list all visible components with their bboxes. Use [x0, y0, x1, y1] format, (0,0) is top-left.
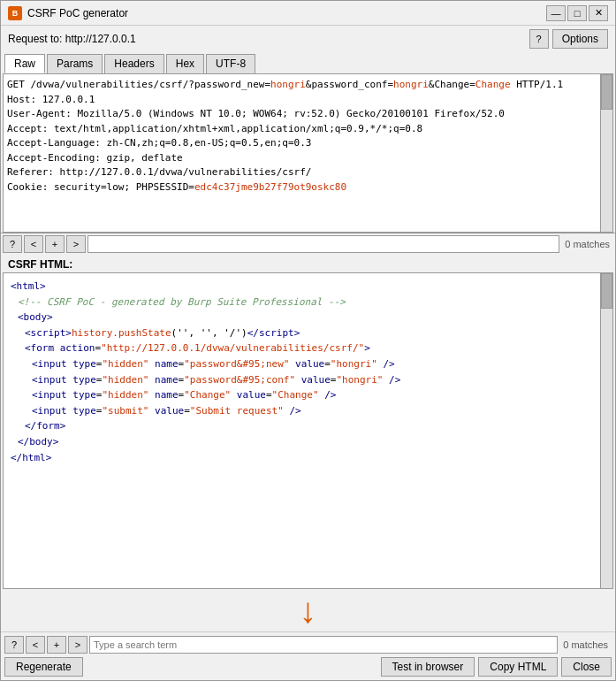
- request-line-6: Accept-Encoding: gzip, deflate: [7, 151, 597, 166]
- request-line-8: Cookie: security=low; PHPSESSID=edc4c37j…: [7, 180, 597, 195]
- bottom-matches-label: 0 matches: [559, 639, 612, 650]
- html-input4: <input type="submit" value="Submit reque…: [11, 403, 597, 419]
- down-arrow-icon: ↓: [300, 593, 317, 628]
- help-button[interactable]: ?: [529, 29, 549, 49]
- html-text: <html> <!-- CSRF PoC - generated by Burp…: [4, 273, 612, 588]
- html-input2: <input type="hidden" name="password&#95;…: [11, 372, 597, 388]
- html-input3: <input type="hidden" name="Change" value…: [11, 387, 597, 403]
- html-body-open: <body>: [11, 310, 597, 325]
- html-script: <script>history.pushState('', '', '/')</…: [11, 325, 597, 341]
- html-close: </html>: [11, 450, 597, 466]
- request-line-1: GET /dvwa/vulnerabilities/csrf/?password…: [7, 78, 597, 93]
- request-line-5: Accept-Language: zh-CN,zh;q=0.8,en-US;q=…: [7, 136, 597, 151]
- arrow-container: ↓: [1, 589, 615, 631]
- title-bar-left: B CSRF PoC generator: [8, 6, 128, 20]
- html-input1: <input type="hidden" name="password&#95;…: [11, 356, 597, 372]
- copy-html-button[interactable]: Copy HTML: [478, 657, 558, 677]
- app-icon: B: [8, 6, 22, 20]
- html-form-close: </form>: [11, 418, 597, 434]
- bottom-search-input[interactable]: [89, 636, 558, 654]
- scrollbar-thumb-top[interactable]: [601, 74, 612, 110]
- request-label: Request to: http://127.0.0.1: [8, 33, 136, 45]
- bottom-prev-btn[interactable]: <: [26, 636, 45, 654]
- title-bar-controls: — □ ✕: [546, 5, 608, 21]
- bottom-next-btn[interactable]: >: [68, 636, 87, 654]
- request-line-3: User-Agent: Mozilla/5.0 (Windows NT 10.0…: [7, 107, 597, 122]
- app-icon-letter: B: [12, 9, 19, 18]
- html-panel: <html> <!-- CSRF PoC - generated by Burp…: [3, 272, 613, 589]
- test-in-browser-button[interactable]: Test in browser: [381, 657, 475, 677]
- window-title: CSRF PoC generator: [27, 7, 128, 19]
- tab-utf8[interactable]: UTF-8: [206, 54, 255, 73]
- html-form-open: <form action="http://127.0.0.1/dvwa/vuln…: [11, 340, 597, 356]
- regenerate-button[interactable]: Regenerate: [4, 657, 83, 677]
- options-button[interactable]: Options: [552, 29, 608, 49]
- top-search-input[interactable]: [87, 235, 559, 253]
- top-matches-label: 0 matches: [561, 239, 613, 249]
- top-next-btn[interactable]: >: [66, 235, 86, 253]
- minimize-button[interactable]: —: [546, 5, 566, 21]
- request-line-7: Referer: http://127.0.0.1/dvwa/vulnerabi…: [7, 165, 597, 180]
- tab-params[interactable]: Params: [47, 54, 103, 73]
- main-window: B CSRF PoC generator — □ ✕ Request to: h…: [0, 0, 616, 681]
- title-bar: B CSRF PoC generator — □ ✕: [1, 1, 615, 26]
- scrollbar-thumb-bottom[interactable]: [601, 273, 612, 309]
- html-comment: <!-- CSRF PoC - generated by Burp Suite …: [11, 295, 597, 310]
- bottom-help-btn[interactable]: ?: [4, 636, 24, 654]
- bottom-plus-btn[interactable]: +: [47, 636, 66, 654]
- top-help-btn[interactable]: ?: [3, 235, 22, 253]
- top-plus-btn[interactable]: +: [45, 235, 65, 253]
- scrollbar-track-top[interactable]: [600, 74, 612, 232]
- bottom-search-row: ? < + > 0 matches: [4, 636, 612, 654]
- tab-bar: Raw Params Headers Hex UTF-8: [1, 52, 615, 73]
- bottom-button-row: Regenerate Test in browser Copy HTML Clo…: [4, 657, 612, 677]
- top-search-bar: ? < + > 0 matches: [1, 233, 615, 255]
- tab-headers[interactable]: Headers: [104, 54, 164, 73]
- html-body-close: </body>: [11, 434, 597, 450]
- top-prev-btn[interactable]: <: [24, 235, 43, 253]
- maximize-button[interactable]: □: [567, 5, 587, 21]
- tab-raw[interactable]: Raw: [4, 54, 45, 73]
- bottom-right-buttons: Test in browser Copy HTML Close: [381, 657, 612, 677]
- close-dialog-button[interactable]: Close: [561, 657, 612, 677]
- request-bar-right: ? Options: [529, 29, 608, 49]
- close-button[interactable]: ✕: [589, 5, 608, 21]
- request-line-4: Accept: text/html,application/xhtml+xml,…: [7, 122, 597, 137]
- request-bar: Request to: http://127.0.0.1 ? Options: [1, 26, 615, 52]
- request-panel: GET /dvwa/vulnerabilities/csrf/?password…: [3, 73, 613, 233]
- tab-hex[interactable]: Hex: [166, 54, 204, 73]
- scrollbar-track-bottom[interactable]: [600, 273, 612, 588]
- request-text: GET /dvwa/vulnerabilities/csrf/?password…: [4, 74, 612, 232]
- bottom-toolbar: ? < + > 0 matches Regenerate Test in bro…: [1, 631, 615, 680]
- html-line-open: <html>: [11, 279, 597, 295]
- request-line-2: Host: 127.0.0.1: [7, 93, 597, 108]
- csrf-label: CSRF HTML:: [1, 255, 615, 272]
